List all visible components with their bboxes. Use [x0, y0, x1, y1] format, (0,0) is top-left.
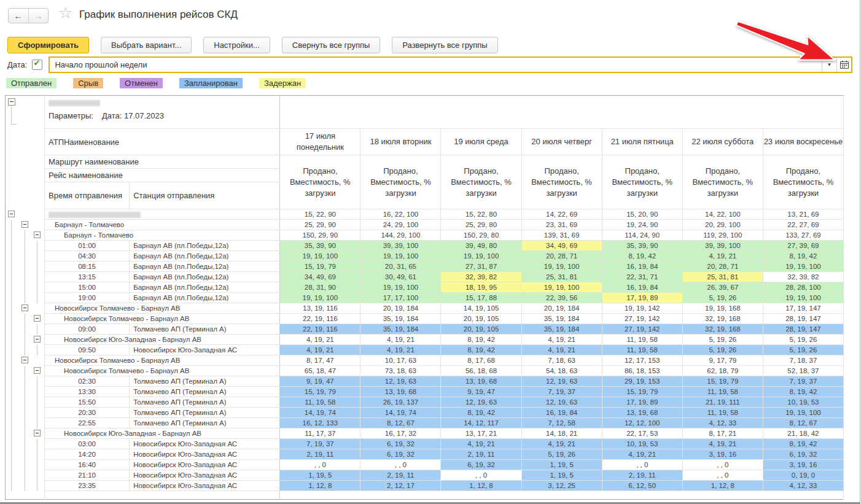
value-cell[interactable]: 7, 19, 37 [280, 439, 360, 449]
value-cell[interactable]: 27, 39, 69 [763, 241, 843, 251]
value-cell[interactable]: 20, 19, 105 [441, 314, 521, 324]
value-cell[interactable]: 11, 19, 58 [682, 387, 763, 397]
value-cell[interactable]: 39, 39, 100 [360, 241, 441, 251]
value-cell[interactable]: 54, 18, 63 [521, 366, 602, 376]
value-cell[interactable]: 9, 19, 47 [441, 387, 521, 397]
value-cell[interactable]: 17, 19, 147 [763, 303, 843, 314]
departure-time-cell[interactable]: 09:50 [45, 345, 130, 355]
group-expander-icon[interactable] [21, 304, 28, 311]
value-cell[interactable]: 16, 19, 84 [521, 408, 602, 418]
value-cell[interactable]: 4, 19, 21 [521, 439, 602, 449]
departure-station-cell[interactable]: Барнаул АВ (пл.Победы,12а) [130, 251, 280, 262]
favorite-star-icon[interactable]: ☆ [58, 4, 72, 23]
departure-station-cell[interactable]: Барнаул АВ (пл.Победы,12а) [130, 282, 280, 293]
value-cell[interactable]: 11, 19, 58 [602, 345, 682, 355]
value-cell[interactable]: 14, 12, 117 [441, 418, 521, 428]
value-cell[interactable]: 14, 22, 100 [682, 209, 763, 220]
value-cell[interactable]: 119, 29, 100 [682, 230, 763, 241]
value-cell[interactable]: 15, 19, 79 [682, 376, 763, 387]
value-cell[interactable]: 16, 17, 32 [360, 428, 441, 439]
value-cell[interactable]: 28, 19, 147 [763, 314, 843, 324]
value-cell[interactable]: 13, 19, 68 [360, 387, 441, 397]
date-filter-checkbox[interactable]: ✔ [32, 60, 42, 70]
value-cell[interactable]: 35, 19, 184 [360, 324, 441, 335]
value-cell[interactable]: 28, 31, 90 [280, 282, 360, 293]
value-cell[interactable]: 26, 19, 137 [360, 397, 441, 408]
value-cell[interactable]: 28, 19, 147 [763, 324, 843, 335]
value-cell[interactable]: 17, 19, 89 [602, 397, 682, 408]
value-cell[interactable]: 4, 12, 33 [682, 418, 763, 428]
value-cell[interactable]: 19, 19, 100 [763, 262, 843, 272]
value-cell[interactable]: 16, 19, 84 [602, 282, 682, 293]
group-label[interactable]: Барнаул - Толмачево [45, 230, 280, 241]
value-cell[interactable]: 14, 18, 21 [521, 428, 602, 439]
value-cell[interactable]: 19, 19, 100 [763, 293, 843, 303]
group-label[interactable]: Новосибирск Толмачево - Барнаул АВ [45, 314, 280, 324]
departure-time-cell[interactable]: 23:35 [45, 481, 130, 491]
value-cell[interactable]: 25, 29, 90 [280, 220, 360, 230]
value-cell[interactable]: 20, 28, 71 [521, 251, 602, 262]
value-cell[interactable]: 1, 12, 8 [682, 481, 763, 491]
value-cell[interactable]: 19, 19, 100 [441, 251, 521, 262]
value-cell[interactable]: , , 0 [360, 460, 441, 470]
group-label[interactable]: Новосибирск Юго-Западная - Барнаул АВ [45, 428, 280, 439]
value-cell[interactable]: 8, 17, 68 [441, 355, 521, 366]
value-cell[interactable]: 86, 18, 153 [602, 366, 682, 376]
group-label[interactable]: Новосибирск Толмачево - Барнаул АВ [45, 355, 280, 366]
value-cell[interactable]: 13, 19, 68 [602, 408, 682, 418]
value-cell[interactable]: 12, 19, 63 [521, 397, 602, 408]
value-cell[interactable]: 8, 19, 42 [441, 345, 521, 355]
value-cell[interactable]: 7, 18, 63 [521, 355, 602, 366]
value-cell[interactable]: 4, 19, 21 [682, 251, 763, 262]
group-label[interactable]: Новосибирск Толмачево - Барнаул АВ [45, 303, 280, 314]
back-button[interactable]: ← [9, 9, 28, 23]
value-cell[interactable]: 30, 49, 61 [360, 272, 441, 282]
value-cell[interactable]: 23, 31, 69 [521, 220, 602, 230]
value-cell[interactable]: 5, 19, 26 [682, 345, 763, 355]
value-cell[interactable]: 6, 12, 50 [602, 481, 682, 491]
departure-time-cell[interactable]: 02:30 [45, 376, 130, 387]
departure-time-cell[interactable]: 13:30 [45, 387, 130, 397]
group-expander-icon[interactable] [34, 315, 41, 322]
value-cell[interactable]: 1, 12, 8 [441, 481, 521, 491]
calendar-button[interactable] [836, 58, 851, 72]
value-cell[interactable]: 15, 19, 79 [280, 262, 360, 272]
departure-time-cell[interactable]: 08:15 [45, 262, 130, 272]
value-cell[interactable]: 1, 19, 5 [521, 470, 602, 481]
value-cell[interactable]: 65, 18, 47 [280, 366, 360, 376]
group-expander-icon[interactable] [8, 98, 15, 106]
departure-time-cell[interactable]: 09:00 [45, 324, 130, 335]
value-cell[interactable]: 20, 28, 71 [682, 262, 763, 272]
value-cell[interactable]: 19, 24, 90 [602, 220, 682, 230]
date-dropdown-button[interactable]: ▼ [822, 58, 836, 72]
value-cell[interactable]: 19, 19, 100 [360, 282, 441, 293]
value-cell[interactable]: 15, 22, 90 [280, 209, 360, 220]
departure-station-cell[interactable]: Барнаул АВ (пл.Победы,12а) [130, 241, 280, 251]
value-cell[interactable]: , , 0 [441, 470, 521, 481]
value-cell[interactable]: 12, 19, 63 [360, 376, 441, 387]
value-cell[interactable]: 3, 12, 25 [521, 481, 602, 491]
value-cell[interactable]: 15, 20, 90 [602, 209, 682, 220]
value-cell[interactable]: , , 0 [280, 460, 360, 470]
value-cell[interactable]: 2, 19, 11 [360, 470, 441, 481]
value-cell[interactable]: 8, 12, 67 [360, 418, 441, 428]
value-cell[interactable]: 144, 29, 100 [360, 230, 441, 241]
value-cell[interactable]: , , 0 [602, 460, 682, 470]
value-cell[interactable]: 8, 17, 47 [280, 355, 360, 366]
value-cell[interactable]: 4, 12, 33 [763, 481, 843, 491]
value-cell[interactable]: 4, 19, 21 [360, 335, 441, 345]
value-cell[interactable]: 2, 19, 11 [602, 470, 682, 481]
value-cell[interactable]: 150, 29, 80 [441, 230, 521, 241]
departure-station-cell[interactable]: Барнаул АВ (пл.Победы,12а) [130, 262, 280, 272]
value-cell[interactable]: 7, 12, 58 [521, 418, 602, 428]
value-cell[interactable]: 34, 49, 69 [280, 272, 360, 282]
value-cell[interactable]: 10, 19, 53 [763, 397, 843, 408]
value-cell[interactable]: 25, 31, 81 [682, 272, 763, 282]
value-cell[interactable]: 9, 17, 79 [682, 355, 763, 366]
group-expander-icon[interactable] [34, 367, 41, 374]
departure-station-cell[interactable]: Толмачево АП (Терминал А) [130, 376, 280, 387]
departure-time-cell[interactable]: 04:30 [45, 251, 130, 262]
value-cell[interactable]: 22, 39, 56 [521, 293, 602, 303]
value-cell[interactable]: 32, 19, 168 [682, 324, 763, 335]
value-cell[interactable]: 0, 19, 0 [763, 470, 843, 481]
